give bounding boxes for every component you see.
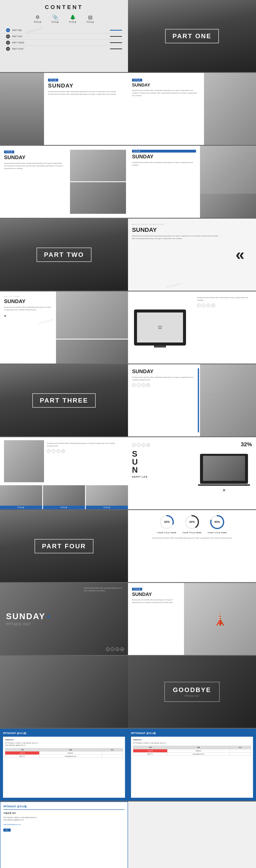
icon-1: ⚙ TITLE [34,14,41,23]
social-t: ✦ [132,383,136,387]
slide-18-tag: TITLE [132,588,142,591]
slide-part-one: PART ONE [128,0,256,72]
slide-goodbye-left [0,656,128,728]
slide-6-heading: SUNDAY [132,154,196,160]
slide-12-social: ✦ f in @ [132,383,196,387]
notice-3-btn-area: 확인 [3,829,125,832]
slide-5-images [68,146,128,218]
monitor-content-icon: 🖼 [158,325,162,330]
slide-14-social: ✦ f in @ [132,443,188,447]
notice-confirm-button[interactable]: 확인 [3,829,10,832]
icon-2: 📎 TITLE [52,14,59,23]
watermark-13: PPTAKEOUT [13,457,27,463]
blue-bar-vertical [198,368,199,432]
slide-8-heading: SUNDAY [132,226,220,233]
content-item-1: 01 PART ONE [4,27,124,33]
social-2: f [52,450,55,453]
item-bar [110,30,122,31]
slide-13-title-1: TITLE [0,506,42,509]
icon-label-1: TITLE [34,21,41,23]
item-bar-3 [110,42,122,43]
row-8: PART FOUR 30% YOUR TITLE HERE 40% [0,510,256,582]
slide-6-images [200,146,256,218]
row-10: GOODBYE PPTAKE OUT [0,656,256,728]
table-2-col-3: 비고 [230,746,251,749]
slide-12-heading: SUNDAY [132,368,196,375]
monitor-wrapper: 🖼 [134,309,186,345]
slide-17-heading: SUNDAY [6,612,50,621]
social-s1: ✦ [132,443,136,447]
slide-9-img-2 [56,340,128,364]
content-item-label-2: PART TWO [12,35,110,38]
social-icons: ✦ f in @ [197,304,251,307]
table-2-col-2: 내용 [167,746,230,749]
slide-three-imgs: PPTAKEOUT Entrepreneurial activities dif… [0,437,128,509]
notice-3-url: http://www.pptakout.com [3,823,125,826]
slide-part-three: PART THREE [0,364,128,436]
notice-1-header: PPTAKOUT 공지사항 [3,732,125,735]
notice-2-body: 비밀번호 공지 PPT자료실에서 다운받으신 파일 비밀번호 공지입니다 구분 … [131,737,253,798]
slide-sunday-4: TITLE SUNDAY Entrepreneurial activities … [128,146,256,218]
icon-label-3: TITLE [69,21,76,23]
slide-part-two: PART TWO [0,219,128,291]
slide-9-subtext: WHITE SOME [4,296,52,297]
notice-2-header: PPTTAKOUT 공지사항 [131,732,253,735]
social-f: f [137,383,140,387]
table-cell-2: pptakout [39,751,102,754]
slide-14-u: U [132,458,188,466]
table-cell-1: 비밀번호 [5,751,39,754]
monitor-stand [154,345,166,347]
slide-5-img-1 [70,150,126,181]
slide-13-img-2: TITLE [43,485,85,509]
slide-13-bottom: TITLE TITLE TITLE [0,485,128,509]
blue-dot [47,615,50,618]
slide-sun: ✦ f in @ S U N HAPPY LIFE 32% ✕ [128,437,256,509]
slide-14-percent: 32% [241,441,252,447]
content-title: CONTENT [45,4,83,10]
notice-2-table: 구분 내용 비고 비밀번호 pptakout 홈페이지 www.pptakout… [133,746,251,756]
slide-14-s: S [132,450,188,458]
row-1: PPTAKEOUT CONTENT ⚙ TITLE 📎 TITLE 🌲 TITL… [0,0,256,72]
slide-10-monitor: 🖼 [128,291,192,364]
notice-table-header-row: 구분 내용 비고 [5,748,123,751]
circle-svg-2: 40% [184,514,200,530]
slide-5-body: Entrepreneurial activities differ substa… [4,162,64,170]
slide-9-body: Entrepreneurial activities differ substa… [4,306,52,311]
slide-5-content: TITLE SUNDAY Entrepreneurial activities … [0,146,68,218]
goodbye-box: GOODBYE PPTAKE OUT [164,682,220,702]
slide-8-subtext: WRITE SOME SOMETHING [132,224,220,225]
slide-eiffel: TITLE SUNDAY Entrepreneurial activities … [128,583,256,655]
sunday-text: SUNDAY [6,612,45,621]
notice-1-subtitle: 비밀번호 공지 [5,739,123,741]
table-cell-3 [102,751,123,754]
circle-svg-1: 30% [159,514,175,530]
part-four-title: PART FOUR [42,542,86,550]
slide-4-body: Entrepreneurial activities differ substa… [132,89,200,97]
item-bar-2 [110,36,122,37]
slide-notice-2: PPTTAKOUT 공지사항 비밀번호 공지 PPT자료실에서 다운받으신 파일… [128,729,256,801]
social-instagram: @ [212,304,215,307]
laptop-screen [203,456,245,481]
content-list: 01 PART ONE 02 PART TWO 03 PART THREE 04… [4,27,124,52]
slide-4-heading: SUNDAY [132,83,200,88]
slide-14-n: N [132,466,188,474]
social-g: @ [147,383,150,387]
slide-sunday-2: TITLE SUNDAY Entrepreneurial activities … [128,73,256,145]
slide-13-text: Entrepreneurial activities differ substa… [44,440,124,482]
goodbye-title: GOODBYE [173,686,211,694]
slide-9-content: WHITE SOME SUNDAY Entrepreneurial activi… [0,291,56,364]
notice-2-line-2: PPT자료실에서 다운받으신 파일 비밀번호 공지입니다 [133,742,251,744]
slide-6-img-bottom [200,194,256,218]
notice-3-line-1: PPT자료실에서 다운받으신 파일 비밀번호 공지입니다 [3,816,125,819]
notice-1-table: 구분 내용 비고 비밀번호 pptakout 홈페이지 www.pptakout… [5,748,123,758]
social-facebook: f [202,304,205,307]
notice-2-line-1: 비밀번호 공지 [133,739,251,741]
slide-18-content: TITLE SUNDAY Entrepreneurial activities … [128,583,184,655]
social-17-2: f [111,647,115,651]
row-7: PPTAKEOUT Entrepreneurial activities dif… [0,437,256,509]
notice-1-body: 비밀번호 공지 PPT자료실에서 다운받으신 파일 비밀번호 공지입니다 파일 … [3,737,125,798]
monitor-screen: 🖼 [137,312,183,342]
circle-1: 30% YOUR TITLE HERE [157,514,177,534]
table-cell-4: 홈페이지 [5,754,39,758]
slide-notice-1: PPTAKOUT 공지사항 비밀번호 공지 PPT자료실에서 다운받으신 파일 … [0,729,128,801]
